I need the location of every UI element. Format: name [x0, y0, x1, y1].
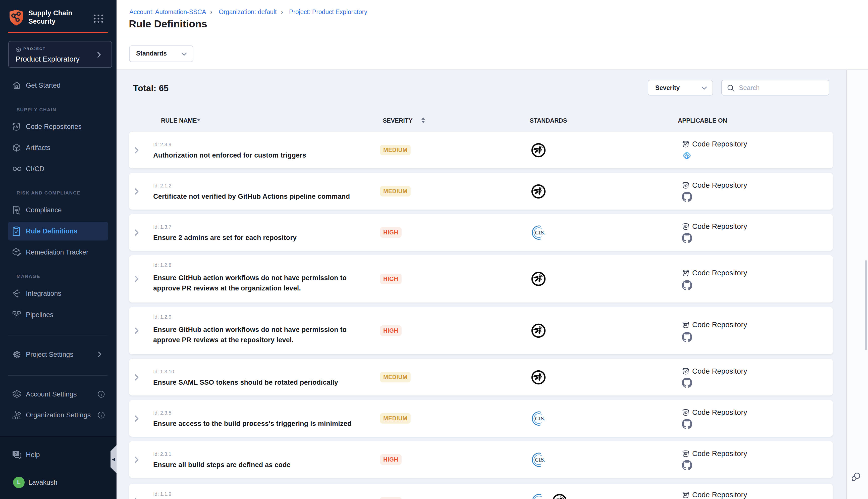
svg-text:?: ?: [15, 451, 17, 455]
